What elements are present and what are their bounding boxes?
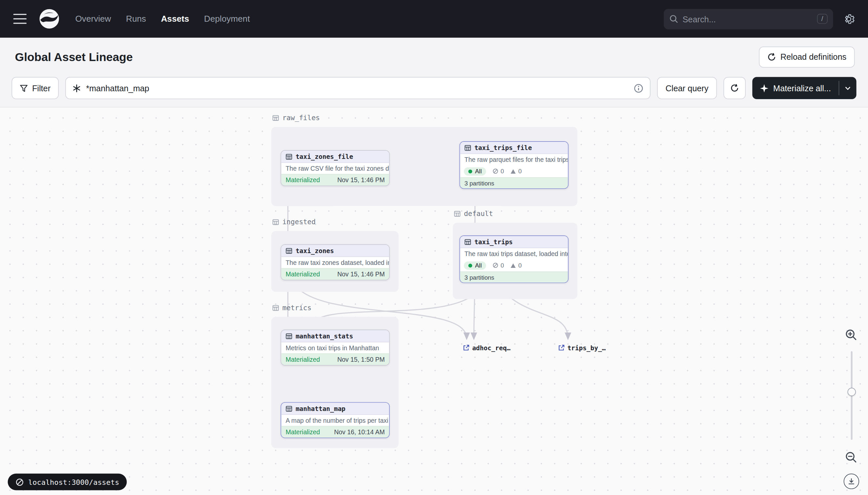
asset-status-row: Materialized Nov 15, 1:50 PM <box>281 354 389 365</box>
asset-node-taxi-trips-file[interactable]: taxi_trips_file The raw parquet files fo… <box>460 141 568 189</box>
asset-name: taxi_zones <box>296 247 334 255</box>
reload-definitions-button[interactable]: Reload definitions <box>759 46 854 67</box>
table-icon <box>286 153 292 160</box>
browser-status-bar: localhost:3000/assets <box>8 474 127 490</box>
warning-triangle-icon <box>510 169 516 174</box>
zoom-out-button[interactable] <box>845 451 858 464</box>
hamburger-menu-button[interactable] <box>14 14 27 24</box>
external-link-icon <box>463 345 470 351</box>
nav-runs[interactable]: Runs <box>126 14 146 24</box>
asset-description: A map of the number of trips per taxi z.… <box>281 415 389 426</box>
asset-description: The raw CSV file for the taxi zones dat.… <box>281 163 389 174</box>
asset-status-row: Materialized Nov 15, 1:46 PM <box>281 174 389 186</box>
materialized-label: Materialized <box>286 356 320 363</box>
asset-selection-input[interactable] <box>86 83 629 93</box>
search-input[interactable] <box>683 14 813 24</box>
materialized-label: Materialized <box>286 176 320 183</box>
asset-description: The raw taxi zones dataset, loaded int..… <box>281 257 389 268</box>
failed-partitions-count: 0 <box>493 168 504 174</box>
group-icon <box>272 304 279 311</box>
nav-deployment[interactable]: Deployment <box>204 14 250 24</box>
asset-name: taxi_trips_file <box>474 144 532 152</box>
table-icon <box>464 238 471 245</box>
success-dot-icon <box>468 169 472 173</box>
materialized-label: Materialized <box>286 271 320 277</box>
asset-node-header: taxi_trips <box>460 236 568 248</box>
filter-button[interactable]: Filter <box>12 77 59 100</box>
zoom-slider-handle[interactable] <box>848 388 856 396</box>
zoom-in-icon <box>845 328 858 342</box>
group-name: default <box>464 209 493 218</box>
reload-definitions-label: Reload definitions <box>780 52 846 62</box>
settings-button[interactable] <box>843 13 854 24</box>
asset-description: Metrics on taxi trips in Manhattan <box>281 342 389 354</box>
table-icon <box>286 332 292 339</box>
refresh-icon <box>767 52 776 61</box>
group-name: raw_files <box>282 114 320 122</box>
asset-node-header: taxi_zones <box>281 245 389 257</box>
warning-partitions-count: 0 <box>510 168 521 174</box>
download-image-button[interactable] <box>844 474 859 489</box>
external-link-icon <box>558 345 565 351</box>
materialize-options-button[interactable] <box>839 77 856 100</box>
warning-triangle-icon <box>510 263 516 268</box>
external-asset-adhoc-request[interactable]: adhoc_req… <box>463 344 511 352</box>
page-title: Global Asset Lineage <box>15 50 133 64</box>
materialized-time: Nov 15, 1:50 PM <box>337 356 385 363</box>
partitions-summary: 3 partitions <box>460 271 568 283</box>
refresh-icon <box>730 84 739 92</box>
refresh-graph-button[interactable] <box>723 77 746 100</box>
table-icon <box>286 247 292 254</box>
asset-selection-icon <box>73 84 81 92</box>
asset-name: taxi_zones_file <box>296 153 353 160</box>
asset-node-manhattan-stats[interactable]: manhattan_stats Metrics on taxi trips in… <box>281 329 390 366</box>
group-label-raw-files[interactable]: raw_files <box>272 114 320 122</box>
asset-status-row: Materialized Nov 15, 1:46 PM <box>281 268 389 280</box>
partition-health-row: All 0 0 <box>460 259 568 271</box>
group-name: ingested <box>282 218 316 226</box>
asset-node-taxi-zones-file[interactable]: taxi_zones_file The raw CSV file for the… <box>281 150 390 186</box>
asset-name: taxi_trips <box>474 238 513 246</box>
failed-partitions-count: 0 <box>493 262 504 269</box>
page-header: Global Asset Lineage Reload definitions <box>0 38 868 76</box>
external-asset-trips-by[interactable]: trips_by_… <box>558 344 606 352</box>
dagster-logo[interactable] <box>39 8 60 29</box>
partitions-summary: 3 partitions <box>460 177 568 188</box>
clear-query-label: Clear query <box>666 83 709 93</box>
group-label-default[interactable]: default <box>454 209 493 218</box>
info-icon[interactable] <box>634 83 644 93</box>
clear-query-button[interactable]: Clear query <box>657 77 716 100</box>
all-label: All <box>475 262 482 269</box>
global-search[interactable]: / <box>663 8 833 29</box>
success-dot-icon <box>468 263 472 267</box>
lineage-canvas[interactable]: raw_files ingested default metrics <box>0 107 868 495</box>
nav-assets[interactable]: Assets <box>161 14 189 24</box>
nav-overview[interactable]: Overview <box>75 14 111 24</box>
funnel-icon <box>20 84 28 91</box>
zoom-in-button[interactable] <box>845 328 858 342</box>
external-asset-name: adhoc_req… <box>472 344 510 352</box>
partitions-all-badge: All <box>464 261 486 270</box>
asset-node-taxi-zones[interactable]: taxi_zones The raw taxi zones dataset, l… <box>281 244 390 280</box>
materialized-time: Nov 16, 10:14 AM <box>334 429 385 435</box>
group-label-ingested[interactable]: ingested <box>272 218 316 226</box>
circle-slash-icon <box>493 168 498 174</box>
gear-icon <box>843 13 854 24</box>
materialize-all-button[interactable]: Materialize all... <box>752 77 839 100</box>
circle-slash-icon <box>493 262 498 268</box>
materialize-split-button: Materialize all... <box>752 77 856 100</box>
asset-name: manhattan_map <box>296 405 346 413</box>
chevron-down-icon <box>845 86 851 90</box>
group-label-metrics[interactable]: metrics <box>272 304 311 312</box>
sparkle-icon <box>760 84 768 92</box>
asset-selection-box[interactable] <box>66 77 651 100</box>
asset-node-taxi-trips[interactable]: taxi_trips The raw taxi trips dataset, l… <box>460 235 568 283</box>
app-root: Overview Runs Assets Deployment / Global… <box>0 0 868 495</box>
asset-status-row: Materialized Nov 16, 10:14 AM <box>281 426 389 438</box>
asset-name: manhattan_stats <box>296 332 353 340</box>
zoom-out-icon <box>845 451 858 464</box>
materialized-time: Nov 15, 1:46 PM <box>337 176 385 183</box>
materialize-all-label: Materialize all... <box>773 83 831 93</box>
partition-health-row: All 0 0 <box>460 165 568 177</box>
asset-node-manhattan-map[interactable]: manhattan_map A map of the number of tri… <box>281 402 390 438</box>
